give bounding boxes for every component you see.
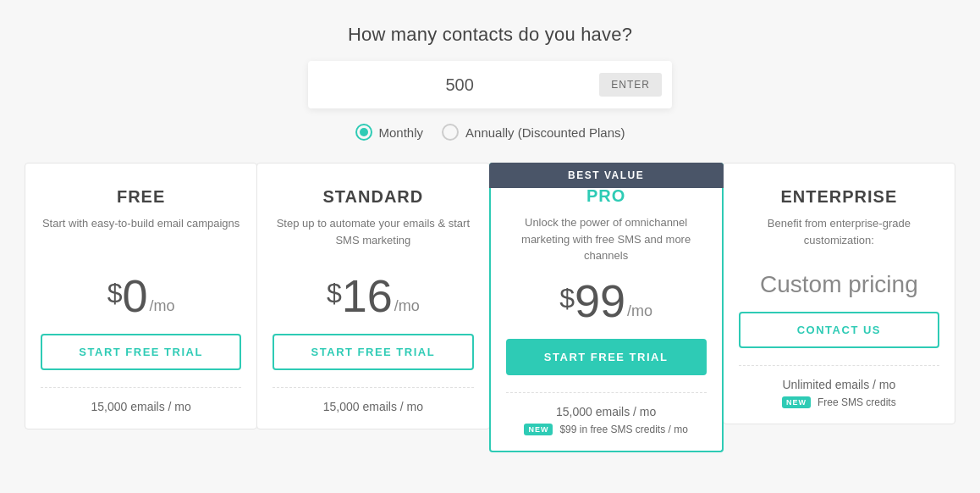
plan-standard-price: $ 16 /mo bbox=[327, 273, 420, 319]
monthly-label: Monthly bbox=[379, 125, 424, 140]
plan-free-cta[interactable]: START FREE TRIAL bbox=[41, 334, 241, 370]
monthly-radio-inner bbox=[360, 128, 368, 136]
plan-free-desc: Start with easy-to-build email campaigns bbox=[42, 215, 239, 259]
plan-pro-name: PRO bbox=[586, 186, 625, 206]
best-value-banner: BEST VALUE bbox=[489, 163, 724, 188]
plan-enterprise: ENTERPRISE Benefit from enterprise-grade… bbox=[723, 163, 955, 424]
plan-standard-cta[interactable]: START FREE TRIAL bbox=[273, 334, 473, 370]
plan-pro-period: /mo bbox=[627, 303, 652, 319]
contact-input-wrapper: ENTER bbox=[308, 61, 672, 108]
plan-standard-dollar: $ bbox=[327, 280, 342, 307]
pro-new-badge: NEW bbox=[524, 424, 553, 435]
plan-pro: BEST VALUE PRO Unlock the power of omnic… bbox=[489, 163, 724, 452]
plan-enterprise-cta[interactable]: CONTACT US bbox=[739, 312, 939, 348]
plan-free-amount: 0 bbox=[122, 273, 147, 319]
plan-pro-desc: Unlock the power of omnichannel marketin… bbox=[506, 214, 707, 264]
plan-standard-desc: Step up to automate your emails & start … bbox=[273, 215, 473, 259]
annually-label: Annually (Discounted Plans) bbox=[465, 125, 625, 140]
plan-free-feature: 15,000 emails / mo bbox=[41, 387, 241, 413]
plan-standard-feature: 15,000 emails / mo bbox=[273, 387, 473, 413]
plan-pro-price: $ 99 /mo bbox=[559, 278, 652, 324]
plan-enterprise-price: Custom pricing bbox=[760, 273, 918, 296]
plan-pro-dollar: $ bbox=[559, 285, 575, 312]
plan-pro-sms: NEW $99 in free SMS credits / mo bbox=[524, 424, 687, 435]
annually-radio[interactable] bbox=[442, 124, 459, 141]
enterprise-new-badge: NEW bbox=[782, 396, 811, 408]
plan-free: FREE Start with easy-to-build email camp… bbox=[25, 163, 257, 429]
plan-enterprise-sms-label: Free SMS credits bbox=[818, 396, 896, 408]
plan-standard-amount: 16 bbox=[342, 273, 393, 319]
plan-standard-name: STANDARD bbox=[323, 187, 424, 207]
plan-enterprise-feature: Unlimited emails / mo bbox=[739, 365, 939, 391]
billing-toggle: Monthly Annually (Discounted Plans) bbox=[355, 124, 625, 141]
plan-pro-amount: 99 bbox=[575, 278, 625, 324]
enter-button[interactable]: ENTER bbox=[599, 73, 662, 97]
plan-pro-cta[interactable]: START FREE TRIAL bbox=[506, 339, 707, 375]
plan-free-dollar: $ bbox=[107, 280, 123, 307]
plan-standard: STANDARD Step up to automate your emails… bbox=[256, 163, 489, 429]
monthly-radio[interactable] bbox=[355, 124, 372, 141]
monthly-option[interactable]: Monthly bbox=[355, 124, 424, 141]
plan-free-price: $ 0 /mo bbox=[107, 273, 175, 319]
page-wrapper: How many contacts do you have? ENTER Mon… bbox=[0, 0, 980, 493]
plan-pro-feature: 15,000 emails / mo bbox=[506, 392, 707, 418]
plan-enterprise-sms: NEW Free SMS credits bbox=[782, 396, 896, 408]
plans-row: FREE Start with easy-to-build email camp… bbox=[25, 163, 955, 452]
plan-pro-sms-label: $99 in free SMS credits / mo bbox=[559, 424, 687, 435]
contact-count-input[interactable] bbox=[325, 75, 594, 95]
plan-enterprise-desc: Benefit from enterprise-grade customizat… bbox=[739, 215, 939, 259]
plan-free-name: FREE bbox=[117, 187, 165, 207]
question-title: How many contacts do you have? bbox=[348, 24, 632, 46]
plan-enterprise-name: ENTERPRISE bbox=[780, 187, 897, 207]
plan-free-period: /mo bbox=[150, 298, 175, 313]
annually-option[interactable]: Annually (Discounted Plans) bbox=[442, 124, 625, 141]
plan-standard-period: /mo bbox=[394, 298, 420, 313]
